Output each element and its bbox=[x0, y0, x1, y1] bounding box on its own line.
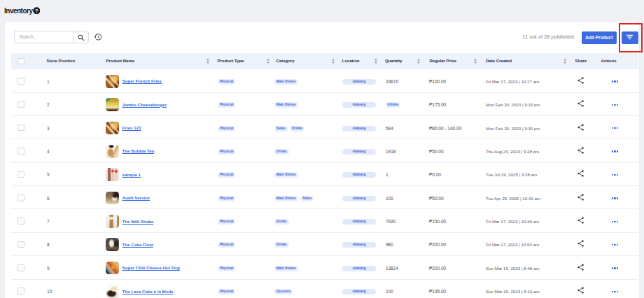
svg-text:?: ? bbox=[35, 8, 38, 14]
